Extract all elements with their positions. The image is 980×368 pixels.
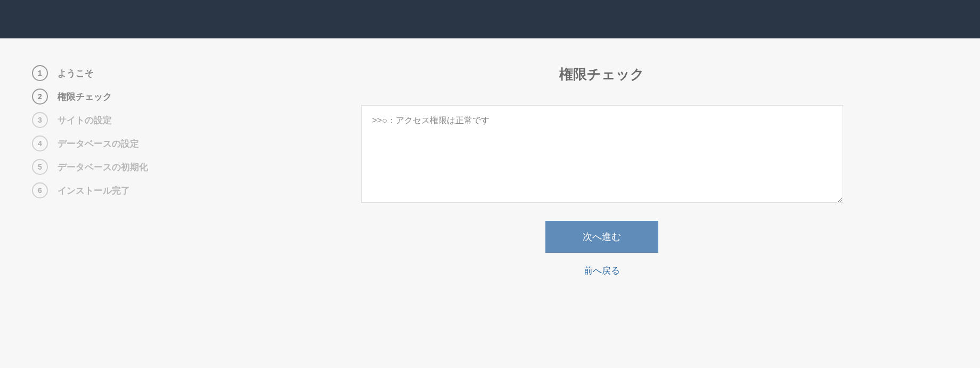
step-item-6: 6 インストール完了 (32, 182, 234, 198)
step-number-badge: 6 (32, 182, 48, 198)
app-header (0, 0, 980, 38)
step-label: インストール完了 (58, 185, 130, 197)
step-item-2: 2 権限チェック (32, 89, 234, 105)
step-item-1: 1 ようこそ (32, 65, 234, 81)
step-label: ようこそ (58, 67, 94, 79)
step-number-badge: 2 (32, 89, 48, 105)
step-number-badge: 3 (32, 112, 48, 128)
step-item-4: 4 データベースの設定 (32, 135, 234, 151)
step-label: データベースの設定 (58, 138, 139, 150)
step-label: 権限チェック (58, 91, 112, 103)
step-item-5: 5 データベースの初期化 (32, 159, 234, 175)
step-number-badge: 5 (32, 159, 48, 175)
button-group: 次へ進む 前へ戻る (545, 221, 658, 277)
step-label: サイトの設定 (58, 114, 112, 126)
page-title: 権限チェック (559, 65, 644, 84)
main-content: 権限チェック 次へ進む 前へ戻る (256, 65, 948, 277)
step-number-badge: 1 (32, 65, 48, 81)
step-item-3: 3 サイトの設定 (32, 112, 234, 128)
back-link[interactable]: 前へ戻る (584, 265, 620, 277)
step-list: 1 ようこそ 2 権限チェック 3 サイトの設定 4 データベースの設定 5 デ… (32, 65, 234, 198)
main-container: 1 ようこそ 2 権限チェック 3 サイトの設定 4 データベースの設定 5 デ… (0, 38, 980, 303)
step-number-badge: 4 (32, 135, 48, 151)
step-label: データベースの初期化 (58, 161, 148, 173)
step-sidebar: 1 ようこそ 2 権限チェック 3 サイトの設定 4 データベースの設定 5 デ… (32, 65, 234, 277)
next-button[interactable]: 次へ進む (545, 221, 658, 253)
permission-check-output[interactable] (361, 105, 843, 203)
